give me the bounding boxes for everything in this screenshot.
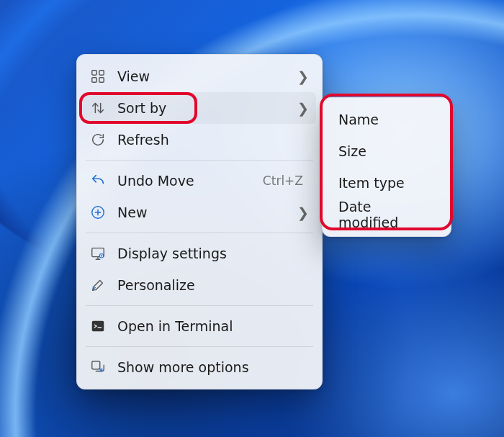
svg-rect-1 bbox=[99, 71, 104, 75]
menu-item-new[interactable]: New ❯ bbox=[83, 197, 316, 228]
submenu-item-size[interactable]: Size bbox=[328, 135, 445, 167]
menu-item-label: Sort by bbox=[117, 100, 297, 116]
submenu-item-item-type[interactable]: Item type bbox=[328, 167, 445, 199]
svg-rect-3 bbox=[99, 78, 104, 82]
undo-icon bbox=[89, 171, 107, 190]
terminal-icon bbox=[89, 317, 107, 335]
menu-item-undo-move[interactable]: Undo Move Ctrl+Z bbox=[83, 165, 316, 197]
submenu-item-label: Date modified bbox=[338, 199, 435, 230]
display-settings-icon bbox=[89, 244, 107, 263]
new-plus-icon bbox=[89, 203, 107, 222]
menu-item-view[interactable]: View ❯ bbox=[83, 60, 316, 92]
menu-item-open-terminal[interactable]: Open in Terminal bbox=[83, 310, 316, 342]
menu-item-display-settings[interactable]: Display settings bbox=[83, 238, 316, 269]
svg-rect-2 bbox=[92, 78, 96, 82]
more-options-icon bbox=[89, 358, 107, 377]
menu-separator bbox=[86, 305, 313, 306]
menu-item-refresh[interactable]: Refresh bbox=[83, 124, 316, 156]
menu-item-personalize[interactable]: Personalize bbox=[83, 269, 316, 301]
submenu-item-label: Name bbox=[338, 112, 379, 127]
menu-item-label: Undo Move bbox=[117, 173, 263, 189]
menu-separator bbox=[86, 160, 313, 161]
submenu-item-name[interactable]: Name bbox=[328, 104, 445, 135]
refresh-icon bbox=[89, 130, 107, 149]
svg-rect-8 bbox=[92, 361, 100, 369]
menu-item-sort-by[interactable]: Sort by ❯ bbox=[83, 92, 316, 124]
sort-icon bbox=[89, 99, 107, 117]
menu-item-label: Refresh bbox=[117, 132, 307, 148]
chevron-right-icon: ❯ bbox=[297, 68, 307, 84]
menu-item-label: New bbox=[117, 204, 297, 220]
menu-item-label: View bbox=[117, 68, 297, 84]
submenu-item-label: Size bbox=[338, 143, 366, 159]
sort-by-submenu: Name Size Item type Date modified bbox=[322, 97, 451, 237]
chevron-right-icon: ❯ bbox=[297, 204, 307, 220]
menu-item-label: Display settings bbox=[117, 245, 307, 261]
menu-item-accelerator: Ctrl+Z bbox=[263, 174, 303, 188]
menu-separator bbox=[86, 346, 313, 347]
menu-item-label: Show more options bbox=[117, 359, 307, 375]
submenu-item-date-modified[interactable]: Date modified bbox=[328, 199, 445, 230]
personalize-brush-icon bbox=[89, 276, 107, 294]
view-grid-icon bbox=[89, 67, 107, 86]
svg-rect-0 bbox=[92, 71, 96, 75]
menu-item-show-more-options[interactable]: Show more options bbox=[83, 351, 316, 383]
submenu-item-label: Item type bbox=[338, 175, 405, 191]
chevron-right-icon: ❯ bbox=[297, 100, 307, 116]
desktop-context-menu: View ❯ Sort by ❯ Refresh Undo Move Ctrl+… bbox=[76, 54, 323, 389]
menu-item-label: Open in Terminal bbox=[117, 318, 307, 334]
svg-rect-7 bbox=[92, 321, 104, 332]
menu-separator bbox=[86, 233, 313, 233]
menu-item-label: Personalize bbox=[117, 277, 307, 293]
